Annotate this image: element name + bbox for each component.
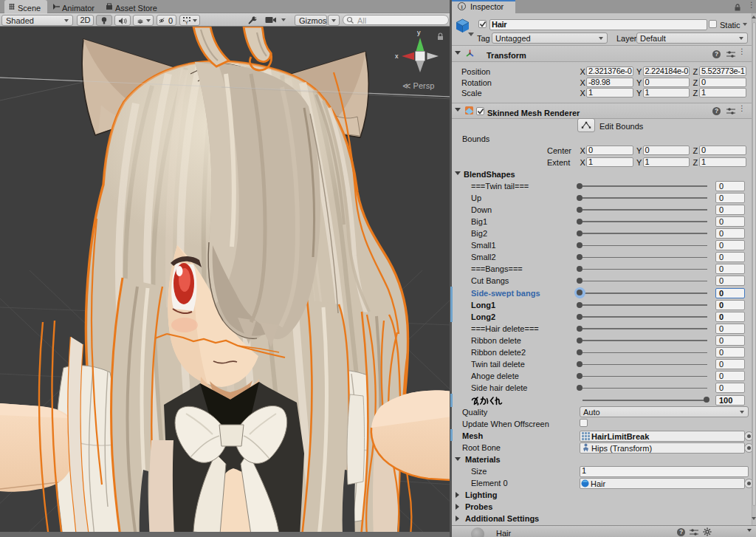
- svg-text:Y: Y: [185, 20, 189, 25]
- svg-text:y: y: [417, 29, 421, 36]
- svg-text:x: x: [395, 52, 399, 60]
- svg-text:≪ Persp: ≪ Persp: [402, 81, 434, 90]
